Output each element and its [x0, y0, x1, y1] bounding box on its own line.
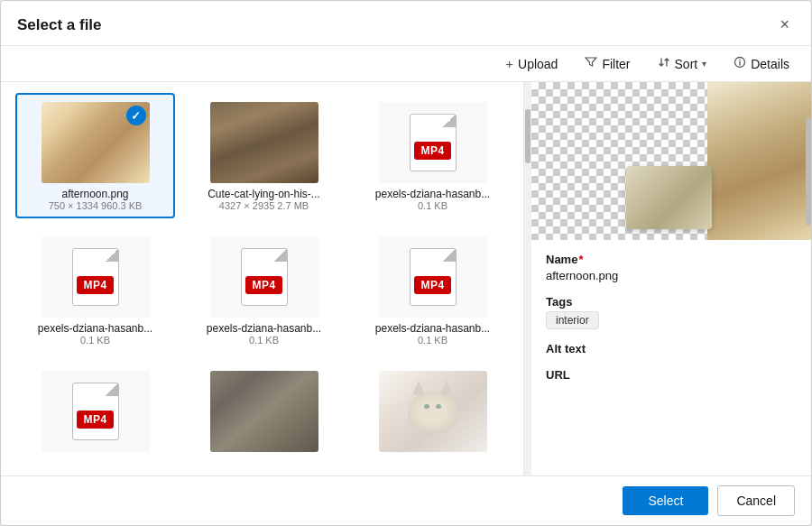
file-name: pexels-dziana-hasanb...: [375, 188, 490, 200]
sort-icon: [658, 56, 670, 71]
sidebar-panel: Name* afternoon.png Tags interior Alt te…: [531, 82, 811, 475]
mp4-icon: MP4: [379, 102, 487, 183]
main-area: ✓ afternoon.png 750 × 1334 960.3 KB Cute…: [1, 82, 811, 475]
file-name: Cute-cat-lying-on-his-...: [208, 188, 320, 200]
dialog-title: Select a file: [17, 16, 102, 34]
toolbar: + Upload Filter Sort ▾ Details: [1, 46, 811, 82]
file-item[interactable]: [353, 362, 512, 459]
scrollbar-thumb: [525, 109, 531, 163]
file-meta: 750 × 1334 960.3 KB: [49, 200, 143, 211]
sort-button[interactable]: Sort ▾: [652, 52, 713, 75]
file-thumbnail: ✓: [42, 102, 150, 183]
alt-text-label: Alt text: [546, 342, 797, 355]
metadata-panel: Name* afternoon.png Tags interior Alt te…: [531, 240, 811, 475]
file-name: pexels-dziana-hasanb...: [207, 322, 321, 335]
upload-button[interactable]: + Upload: [500, 52, 563, 75]
mp4-doc: MP4: [72, 248, 119, 306]
file-item[interactable]: ✓ afternoon.png 750 × 1334 960.3 KB: [15, 93, 175, 218]
sort-label: Sort: [675, 57, 698, 71]
details-icon: [734, 56, 746, 71]
file-thumbnail: [379, 371, 487, 452]
details-button[interactable]: Details: [728, 52, 795, 75]
filter-icon: [585, 56, 597, 71]
selected-check-badge: ✓: [126, 106, 146, 125]
file-thumbnail: MP4: [210, 236, 318, 318]
file-item[interactable]: MP4 pexels-dziana-hasanb... 0.1 KB: [353, 227, 512, 353]
file-thumbnail: [210, 371, 318, 452]
cancel-button[interactable]: Cancel: [717, 485, 795, 516]
filter-button[interactable]: Filter: [579, 52, 635, 75]
mp4-badge: MP4: [77, 276, 113, 294]
grid-scrollbar[interactable]: [524, 82, 531, 475]
mp4-icon: MP4: [42, 236, 150, 318]
mp4-icon: MP4: [42, 371, 150, 452]
select-button[interactable]: Select: [623, 486, 708, 515]
svg-point-2: [740, 60, 741, 60]
file-name: afternoon.png: [61, 188, 128, 200]
preview-area: [531, 82, 811, 240]
mp4-doc: MP4: [72, 383, 119, 440]
mp4-badge: MP4: [245, 276, 281, 294]
mp4-doc: MP4: [410, 248, 457, 306]
upload-label: Upload: [518, 57, 558, 71]
sort-chevron-icon: ▾: [702, 59, 706, 69]
dialog-header: Select a file ×: [1, 1, 811, 46]
file-meta: 4327 × 2935 2.7 MB: [219, 200, 309, 211]
file-select-dialog: Select a file × + Upload Filter Sort ▾ D…: [0, 0, 812, 526]
mp4-badge: MP4: [414, 142, 450, 160]
mp4-badge: MP4: [77, 411, 113, 429]
tags-label: Tags: [546, 295, 797, 309]
file-item[interactable]: MP4 pexels-dziana-hasanb... 0.1 KB: [15, 227, 175, 353]
alt-text-field: Alt text: [546, 342, 797, 355]
file-meta: 0.1 KB: [418, 200, 448, 211]
file-name: pexels-dziana-hasanb...: [38, 322, 152, 335]
details-label: Details: [751, 57, 789, 71]
filter-label: Filter: [602, 57, 630, 71]
mp4-doc: MP4: [241, 248, 288, 306]
mp4-icon: MP4: [210, 236, 318, 318]
url-label: URL: [546, 368, 797, 382]
file-meta: 0.1 KB: [249, 335, 279, 346]
file-grid: ✓ afternoon.png 750 × 1334 960.3 KB Cute…: [15, 93, 512, 459]
file-thumbnail: [210, 102, 318, 183]
dialog-footer: Select Cancel: [1, 475, 811, 525]
sidebar-scrollbar[interactable]: [805, 99, 811, 472]
file-thumbnail: MP4: [42, 371, 150, 452]
file-grid-area[interactable]: ✓ afternoon.png 750 × 1334 960.3 KB Cute…: [1, 82, 524, 475]
file-item[interactable]: Cute-cat-lying-on-his-... 4327 × 2935 2.…: [184, 93, 344, 218]
name-label: Name*: [546, 253, 797, 266]
file-item[interactable]: MP4 pexels-dziana-hasanb... 0.1 KB: [353, 93, 512, 218]
file-thumbnail: MP4: [42, 236, 150, 318]
file-thumbnail: MP4: [379, 236, 487, 318]
tags-field: Tags interior: [546, 295, 797, 329]
preview-main-image: [707, 82, 811, 240]
mp4-doc: MP4: [410, 114, 457, 171]
file-meta: 0.1 KB: [80, 335, 110, 346]
file-thumbnail: MP4: [379, 102, 487, 183]
upload-icon: +: [505, 56, 513, 71]
tag-badge[interactable]: interior: [546, 311, 599, 329]
close-button[interactable]: ×: [774, 14, 795, 36]
preview-thumb-overlay: [626, 166, 712, 229]
name-field: Name* afternoon.png: [546, 253, 797, 282]
file-item[interactable]: MP4: [15, 362, 175, 459]
file-item[interactable]: [184, 362, 344, 459]
file-meta: 0.1 KB: [418, 335, 448, 346]
mp4-badge: MP4: [414, 276, 450, 294]
file-item[interactable]: MP4 pexels-dziana-hasanb... 0.1 KB: [184, 227, 344, 353]
name-value: afternoon.png: [546, 269, 797, 282]
url-field: URL: [546, 368, 797, 382]
mp4-icon: MP4: [379, 236, 487, 318]
file-name: pexels-dziana-hasanb...: [375, 322, 490, 335]
sidebar-scrollbar-thumb: [806, 117, 811, 226]
